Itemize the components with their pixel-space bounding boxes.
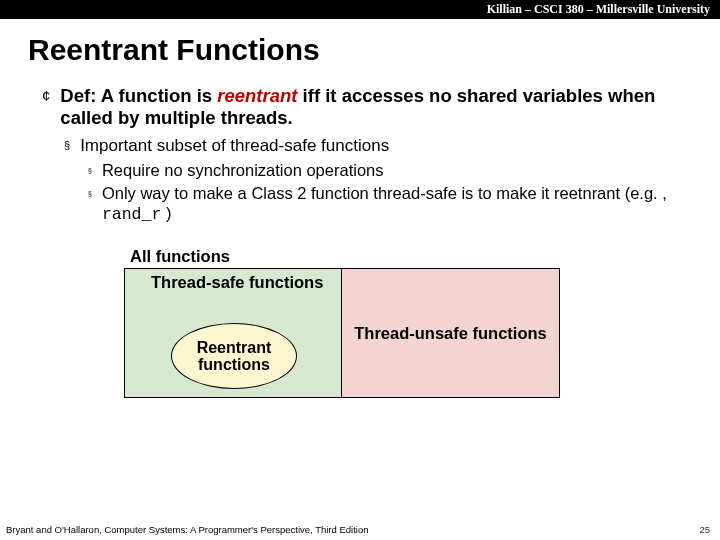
slide-title: Reentrant Functions — [28, 33, 720, 67]
bullet-def: ¢ Def: A function is reentrant iff it ac… — [42, 85, 686, 129]
venn-outer-box: Thread-safe functions Reentrant function… — [124, 268, 560, 398]
venn-diagram: All functions Thread-safe functions Reen… — [124, 247, 686, 398]
label-thread-safe: Thread-safe functions — [151, 273, 323, 291]
ellipse-reentrant: Reentrant functions — [171, 323, 297, 389]
sub1a-text: Require no synchronization operations — [102, 160, 384, 181]
label-reentrant: Reentrant functions — [172, 339, 296, 373]
footer-attribution: Bryant and O'Hallaron, Computer Systems:… — [6, 524, 369, 535]
sub1b-text: Only way to make a Class 2 function thre… — [102, 183, 686, 225]
bullet-sub1a: § Require no synchronization operations — [88, 160, 686, 181]
header-bar: Killian – CSCI 380 – Millersville Univer… — [0, 0, 720, 19]
bullet-circle-icon: ¢ — [42, 85, 50, 129]
sub1-text: Important subset of thread-safe function… — [80, 135, 389, 156]
footer: Bryant and O'Hallaron, Computer Systems:… — [6, 524, 710, 535]
sub1b-prefix: Only way to make a Class 2 function thre… — [102, 184, 667, 202]
footer-page-number: 25 — [699, 524, 710, 535]
def-text: Def: A function is reentrant iff it acce… — [60, 85, 686, 129]
box-thread-safe: Thread-safe functions Reentrant function… — [125, 269, 342, 397]
sub1b-code: rand_r — [102, 205, 161, 224]
def-prefix: Def: A function is — [60, 85, 217, 106]
def-word: reentrant — [217, 85, 297, 106]
content-area: ¢ Def: A function is reentrant iff it ac… — [0, 85, 720, 398]
bullet-sub1b: § Only way to make a Class 2 function th… — [88, 183, 686, 225]
label-thread-unsafe: Thread-unsafe functions — [354, 324, 547, 343]
box-thread-unsafe: Thread-unsafe functions — [342, 269, 559, 397]
header-text: Killian – CSCI 380 – Millersville Univer… — [487, 2, 710, 16]
bullet-small-square-icon: § — [88, 160, 92, 181]
bullet-small-square-icon: § — [88, 183, 92, 225]
bullet-sub1: § Important subset of thread-safe functi… — [64, 135, 686, 156]
label-all-functions: All functions — [130, 247, 686, 266]
bullet-square-icon: § — [64, 135, 70, 156]
sub1b-suffix: ) — [161, 204, 171, 222]
